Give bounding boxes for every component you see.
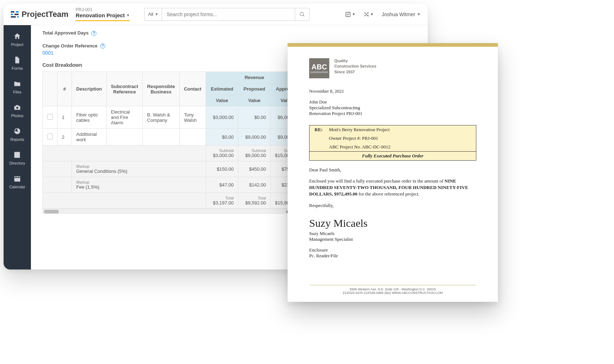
total-approved-days-label: Total Approved Days ? (42, 30, 428, 36)
cell-proposed: $9,000.00 (238, 129, 271, 146)
cell-estimated: $3,000.00 (206, 106, 238, 129)
sidebar: Project Forms Files Photos Reports Direc… (4, 25, 31, 269)
book-icon (13, 151, 21, 159)
sidebar-item-label: Directory (9, 161, 25, 165)
table-header-checkbox (43, 72, 58, 106)
sidebar-item-label: Project (11, 42, 23, 47)
user-dropdown[interactable]: Joshua Witmer ▼ (382, 11, 421, 17)
letter-cc: Pc. Reader/File (309, 253, 476, 259)
letter-closing: Respectfully, (309, 203, 476, 208)
letter-footer: 5566 Western Ave. N.E. Suite 125 - Washi… (309, 285, 476, 295)
markup-proposed: $450.00 (238, 161, 271, 177)
scroll-thumb[interactable] (44, 210, 59, 213)
subtotal-estimated: Subtotal$3,000.00 (206, 146, 238, 161)
letter-signer-title: Management Specialist (309, 236, 476, 242)
chevron-down-icon: ▼ (126, 13, 130, 18)
letter-re-title: Fully Executed Purchase Order (310, 151, 476, 160)
markup-estimated: $47.00 (206, 177, 238, 193)
home-icon (13, 32, 21, 40)
total-proposed: Total$9,592.00 (238, 193, 271, 209)
total-estimated: Total$3,197.00 (206, 193, 238, 209)
table-header-description: Description (72, 72, 107, 106)
markup-label: MarkupFee (1.5%) (72, 177, 206, 193)
company-tagline: Quality Construction Services Since 1937 (334, 58, 376, 75)
sidebar-item-label: Forms (12, 66, 23, 70)
letter-enclosure: Enclosure (309, 247, 476, 253)
header-right: ▼ ▼ Joshua Witmer ▼ (345, 11, 421, 17)
abc-logo: ABC construction (309, 58, 329, 78)
sidebar-item-project[interactable]: Project (11, 32, 23, 47)
checklist-dropdown[interactable]: ▼ (345, 11, 356, 17)
chevron-down-icon: ▼ (370, 12, 374, 16)
help-icon[interactable]: ? (91, 31, 96, 36)
sidebar-item-label: Calendar (9, 185, 26, 189)
horizontal-scrollbar[interactable]: ◀ ▶ (42, 209, 290, 214)
letter-re-box: RE:Mott's Berry Renovation Project Owner… (309, 125, 476, 161)
svg-point-4 (17, 130, 18, 132)
sidebar-item-forms[interactable]: Forms (12, 56, 23, 70)
camera-icon (13, 103, 21, 111)
sidebar-item-label: Files (13, 90, 21, 94)
sidebar-item-reports[interactable]: Reports (10, 127, 24, 142)
cell-subcontract: Electrical and Fire Alarm (106, 106, 143, 129)
project-name: Renovation Project ▼ (75, 12, 130, 19)
svg-rect-5 (14, 176, 20, 182)
table-header-subcontract: Subcontract Reference (106, 72, 143, 106)
letter-greeting: Dear Paul Smith, (309, 167, 476, 173)
markup-estimated: $150.00 (206, 161, 238, 177)
letter-document: ABC construction Quality Construction Se… (288, 43, 498, 302)
chevron-down-icon: ▼ (417, 12, 421, 16)
table-header-value: Value (238, 95, 271, 106)
subtotal-proposed: Subtotal$9,000.00 (238, 146, 271, 161)
table-header-responsible: Responsible Business (143, 72, 179, 106)
cell-proposed: $0.00 (238, 106, 271, 129)
project-selector[interactable]: PRJ-001 Renovation Project ▼ (75, 7, 130, 21)
cell-num: 1 (58, 106, 72, 129)
table-header-value: Value (206, 95, 238, 106)
svg-point-0 (300, 12, 303, 15)
project-id: PRJ-001 (75, 7, 130, 12)
cell-responsible: B. Walsh & Company (143, 106, 179, 129)
logo-icon (11, 10, 19, 18)
markup-proposed: $142.00 (238, 177, 271, 193)
search-icon (299, 11, 305, 17)
folder-icon (13, 80, 21, 88)
change-order-ref-link[interactable]: 0001 (42, 50, 54, 56)
dashboard-icon (13, 127, 21, 135)
search-button[interactable] (295, 8, 310, 21)
letter-header: ABC construction Quality Construction Se… (309, 58, 476, 78)
search-input[interactable] (162, 8, 295, 21)
help-icon[interactable]: ? (100, 43, 105, 49)
row-checkbox[interactable] (47, 114, 53, 120)
cell-num: 2 (58, 129, 72, 146)
letter-signature: Suzy Micaels (309, 217, 476, 229)
chevron-down-icon: ▼ (352, 12, 356, 16)
logo-text: ProjectTeam (22, 10, 68, 19)
row-checkbox[interactable] (47, 134, 53, 139)
sidebar-item-files[interactable]: Files (13, 80, 21, 94)
chevron-down-icon: ▼ (155, 12, 158, 16)
app-header: ProjectTeam PRJ-001 Renovation Project ▼… (4, 4, 428, 25)
cell-description: Fiber optic cables (72, 106, 107, 129)
sidebar-item-directory[interactable]: Directory (9, 151, 25, 165)
sidebar-item-label: Photos (11, 114, 23, 118)
shuffle-dropdown[interactable]: ▼ (363, 11, 374, 17)
cell-description: Additional work (72, 129, 107, 146)
sidebar-item-photos[interactable]: Photos (11, 103, 23, 118)
search-group: All ▼ (144, 8, 310, 21)
cell-contact: Tony Walsh (179, 106, 206, 129)
sidebar-item-label: Reports (10, 137, 24, 142)
table-header-estimated: Estimated (206, 83, 238, 95)
filter-dropdown[interactable]: All ▼ (144, 8, 162, 21)
svg-line-1 (303, 15, 304, 16)
markup-label: MarkupGeneral Conditions (5%) (72, 161, 206, 177)
cell-subcontract (106, 129, 143, 146)
cell-responsible (143, 129, 179, 146)
letter-signer-name: Suzy Micaels (309, 231, 476, 236)
cell-estimated: $0.00 (206, 129, 238, 146)
logo[interactable]: ProjectTeam (11, 10, 68, 19)
cell-contact (179, 129, 206, 146)
shuffle-icon (363, 11, 369, 17)
sidebar-item-calendar[interactable]: Calendar (9, 175, 26, 189)
letter-date: November 8, 2021 (309, 88, 476, 94)
